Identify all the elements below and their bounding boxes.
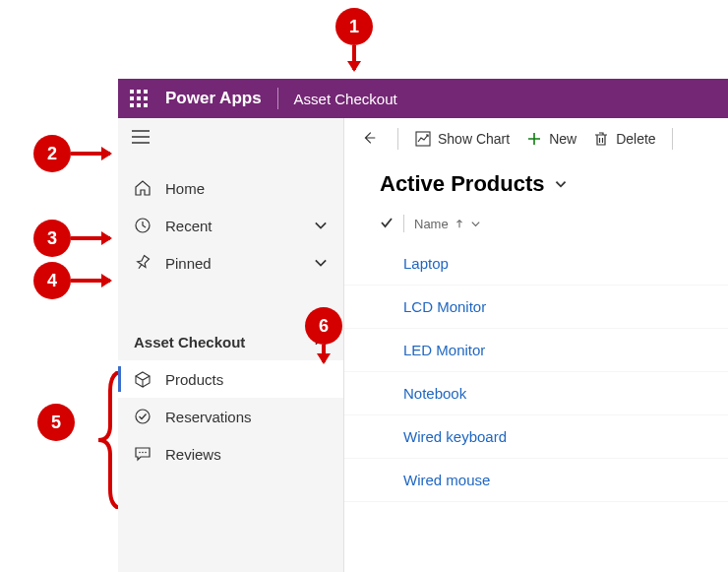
app-launcher-icon[interactable]	[130, 90, 148, 107]
view-title-label: Active Products	[380, 171, 545, 197]
nav-reviews-label: Reviews	[165, 446, 221, 463]
column-name-label: Name	[414, 217, 449, 231]
nav-home-label: Home	[165, 180, 205, 197]
chevron-down-icon	[553, 176, 569, 192]
app-name-label: Asset Checkout	[294, 91, 397, 107]
row-name: LCD Monitor	[403, 298, 486, 315]
clock-icon	[134, 217, 152, 234]
command-separator	[397, 128, 398, 150]
annotation-badge-6: 6	[305, 307, 342, 345]
column-header-row: Name	[344, 203, 728, 242]
delete-button[interactable]: Delete	[592, 130, 655, 148]
table-row[interactable]: Notebook	[344, 372, 728, 415]
svg-point-5	[139, 452, 141, 454]
new-label: New	[549, 131, 576, 147]
table-row[interactable]: LCD Monitor	[344, 286, 728, 329]
svg-point-7	[145, 452, 147, 454]
svg-point-4	[136, 410, 150, 423]
annotation-arrow-6	[322, 345, 326, 370]
annotation-arrow-4	[71, 279, 118, 283]
annotation-badge-4: 4	[33, 262, 71, 299]
hamburger-button[interactable]	[118, 118, 343, 159]
brand-label: Power Apps	[165, 89, 262, 108]
sidebar: Home Recent Pinned Asset Checkout Produc…	[118, 118, 344, 572]
header-separator	[277, 88, 278, 109]
chevron-down-icon	[312, 254, 330, 272]
annotation-badge-5: 5	[37, 404, 75, 441]
annotation-badge-3: 3	[33, 220, 71, 257]
annotation-badge-2: 2	[33, 135, 71, 172]
nav-home[interactable]: Home	[118, 169, 343, 207]
view-title-dropdown[interactable]: Active Products	[380, 171, 569, 197]
show-chart-label: Show Chart	[438, 131, 510, 147]
column-separator	[403, 215, 404, 232]
show-chart-button[interactable]: Show Chart	[414, 130, 510, 148]
chevron-down-icon	[470, 219, 481, 229]
table-row[interactable]: Laptop	[344, 242, 728, 286]
chevron-down-icon	[312, 217, 330, 234]
nav-recent-label: Recent	[165, 218, 212, 234]
annotation-arrow-1	[352, 45, 356, 78]
command-bar: Show Chart New Delete	[344, 118, 728, 158]
nav-products[interactable]: Products	[118, 360, 343, 398]
plus-icon	[525, 130, 543, 148]
delete-label: Delete	[616, 131, 655, 147]
select-all-checkmark[interactable]	[380, 216, 394, 232]
command-separator	[672, 128, 673, 150]
nav-pinned-label: Pinned	[165, 255, 212, 272]
row-name: Laptop	[403, 255, 449, 272]
chat-icon	[134, 445, 152, 463]
annotation-arrow-2	[71, 152, 118, 156]
new-button[interactable]: New	[525, 130, 576, 148]
nav-pinned[interactable]: Pinned	[118, 244, 343, 282]
checkmark-circle-icon	[134, 408, 152, 425]
annotation-arrow-3	[71, 236, 118, 240]
main-content: Show Chart New Delete Active Products Na…	[344, 118, 728, 572]
chart-icon	[414, 130, 432, 148]
sort-ascending-icon	[455, 219, 464, 228]
row-name: LED Monitor	[403, 342, 485, 358]
trash-icon	[592, 130, 610, 148]
annotation-badge-1: 1	[335, 8, 373, 45]
cube-icon	[134, 370, 152, 388]
pin-icon	[134, 254, 152, 272]
table-row[interactable]: Wired mouse	[344, 459, 728, 502]
row-name: Wired mouse	[403, 472, 490, 488]
nav-reviews[interactable]: Reviews	[118, 435, 343, 473]
row-name: Wired keyboard	[403, 428, 507, 445]
row-name: Notebook	[403, 385, 466, 402]
home-icon	[134, 179, 152, 197]
nav-reservations-label: Reservations	[165, 409, 252, 425]
nav-products-label: Products	[165, 371, 223, 388]
nav-recent[interactable]: Recent	[118, 207, 343, 244]
table-row[interactable]: Wired keyboard	[344, 415, 728, 459]
app-header: Power Apps Asset Checkout	[118, 79, 728, 118]
sidebar-section-label: Asset Checkout	[134, 334, 245, 350]
table-row[interactable]: LED Monitor	[344, 329, 728, 372]
column-header-name[interactable]: Name	[414, 217, 481, 231]
nav-reservations[interactable]: Reservations	[118, 398, 343, 435]
back-button[interactable]	[360, 129, 382, 150]
svg-point-6	[142, 452, 144, 454]
